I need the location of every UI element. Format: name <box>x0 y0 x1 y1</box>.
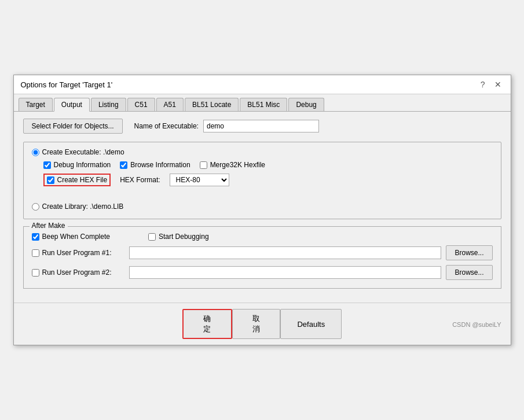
program2-row: Run User Program #2: Browse... <box>32 265 493 280</box>
create-hex-checkbox[interactable] <box>47 176 54 184</box>
footer-watermark-area: CSDN @subeiLY <box>342 320 501 329</box>
title-bar: Options for Target 'Target 1' ? ✕ <box>14 75 511 94</box>
beep-check-label[interactable]: Beep When Complete <box>32 233 110 241</box>
create-hex-check-label[interactable]: Create HEX File <box>47 176 108 184</box>
browse1-button[interactable]: Browse... <box>446 245 492 260</box>
start-debug-check-label[interactable]: Start Debugging <box>148 233 209 241</box>
footer: 确定 取消 Defaults CSDN @subeiLY <box>14 303 511 345</box>
browse-info-check-label[interactable]: Browse Information <box>120 161 190 169</box>
debug-browse-row: Debug Information Browse Information Mer… <box>43 161 493 169</box>
program1-check-label[interactable]: Run User Program #1: <box>32 249 124 257</box>
executable-field-group: Name of Executable: <box>134 120 319 132</box>
tab-bl51-locate[interactable]: BL51 Locate <box>185 98 239 111</box>
defaults-button[interactable]: Defaults <box>280 309 342 339</box>
create-executable-group: Create Executable: .\demo Debug Informat… <box>23 142 501 219</box>
after-make-group: After Make Beep When Complete Start Debu… <box>23 226 501 289</box>
start-debug-checkbox[interactable] <box>148 233 156 241</box>
create-executable-radio-label[interactable]: Create Executable: .\demo <box>32 148 124 156</box>
ok-button[interactable]: 确定 <box>182 309 232 339</box>
beep-checkbox[interactable] <box>32 233 39 241</box>
help-button[interactable]: ? <box>478 80 488 89</box>
create-library-radio-label[interactable]: Create Library: .\demo.LIB <box>32 202 124 211</box>
spacer <box>32 191 493 202</box>
create-hex-label: Create HEX File <box>57 176 108 184</box>
tab-bl51-misc[interactable]: BL51 Misc <box>240 98 287 111</box>
create-executable-label: Create Executable: .\demo <box>42 148 124 156</box>
tab-listing[interactable]: Listing <box>91 98 126 111</box>
after-make-legend: After Make <box>30 222 68 230</box>
hex-format-select[interactable]: HEX-80 HEX-386 HEX-OMF51 <box>170 174 229 186</box>
debug-info-checkbox[interactable] <box>43 161 51 169</box>
executable-label: Name of Executable: <box>134 122 199 130</box>
cancel-button[interactable]: 取消 <box>232 309 281 339</box>
program1-input[interactable] <box>129 246 442 259</box>
tab-target[interactable]: Target <box>19 98 53 111</box>
tab-a51[interactable]: A51 <box>156 98 184 111</box>
tab-debug[interactable]: Debug <box>288 98 324 111</box>
tab-content: Select Folder for Objects... Name of Exe… <box>14 112 511 303</box>
browse-info-label: Browse Information <box>130 161 190 169</box>
create-library-radio[interactable] <box>32 203 39 211</box>
dialog: Options for Target 'Target 1' ? ✕ Target… <box>13 75 511 345</box>
debug-info-label: Debug Information <box>54 161 111 169</box>
program2-input[interactable] <box>129 266 442 279</box>
program2-check-label[interactable]: Run User Program #2: <box>32 268 124 277</box>
program2-checkbox[interactable] <box>32 269 39 277</box>
hex-format-label: HEX Format: <box>120 176 160 184</box>
program1-checkbox[interactable] <box>32 249 39 257</box>
hex-row: Create HEX File HEX Format: HEX-80 HEX-3… <box>43 174 493 186</box>
create-executable-radio[interactable] <box>32 149 39 156</box>
program1-row: Run User Program #1: Browse... <box>32 245 493 260</box>
footer-buttons: 确定 取消 Defaults <box>182 309 342 339</box>
browse2-button[interactable]: Browse... <box>446 265 492 280</box>
program1-label: Run User Program #1: <box>42 249 112 257</box>
tabs-bar: Target Output Listing C51 A51 BL51 Locat… <box>14 94 511 112</box>
program2-label: Run User Program #2: <box>42 268 112 277</box>
watermark: CSDN @subeiLY <box>452 321 501 328</box>
browse-info-checkbox[interactable] <box>120 161 127 169</box>
title-bar-controls: ? ✕ <box>478 80 504 89</box>
create-library-row: Create Library: .\demo.LIB <box>32 202 493 211</box>
select-folder-button[interactable]: Select Folder for Objects... <box>23 119 123 134</box>
create-library-label: Create Library: .\demo.LIB <box>42 202 124 211</box>
executable-input[interactable] <box>203 120 319 132</box>
top-row: Select Folder for Objects... Name of Exe… <box>23 119 501 134</box>
dialog-title: Options for Target 'Target 1' <box>21 80 113 89</box>
create-hex-highlighted: Create HEX File <box>43 174 111 186</box>
start-debug-label: Start Debugging <box>159 233 209 241</box>
after-make-top-row: Beep When Complete Start Debugging <box>32 233 493 241</box>
merge32k-label: Merge32K Hexfile <box>210 161 265 169</box>
tab-c51[interactable]: C51 <box>127 98 155 111</box>
merge32k-checkbox[interactable] <box>200 161 207 169</box>
debug-info-check-label[interactable]: Debug Information <box>43 161 111 169</box>
merge32k-check-label[interactable]: Merge32K Hexfile <box>200 161 265 169</box>
close-button[interactable]: ✕ <box>492 80 504 89</box>
create-executable-row: Create Executable: .\demo <box>32 148 493 156</box>
tab-output[interactable]: Output <box>54 98 90 112</box>
beep-label: Beep When Complete <box>42 233 110 241</box>
